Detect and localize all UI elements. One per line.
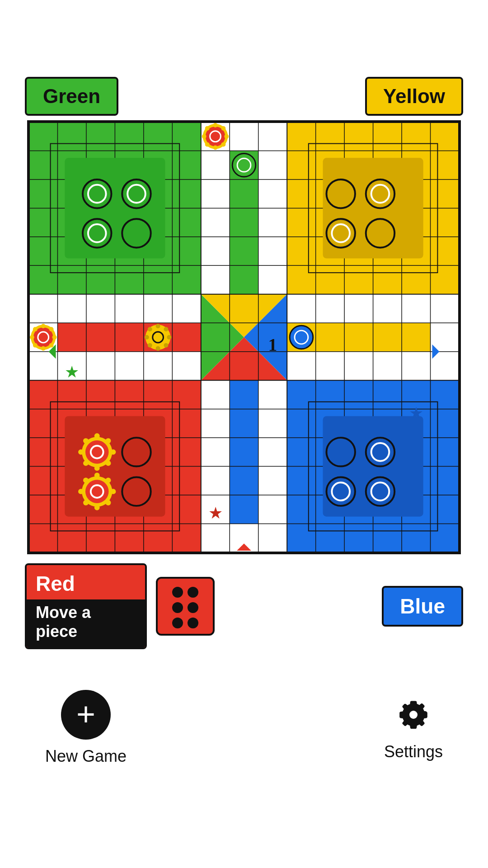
svg-point-103 xyxy=(85,480,109,503)
svg-rect-25 xyxy=(86,323,115,351)
svg-point-153 xyxy=(213,123,218,127)
svg-point-129 xyxy=(33,327,53,347)
svg-point-132 xyxy=(41,346,46,351)
settings-nav-item[interactable]: Settings xyxy=(384,694,443,761)
svg-point-109 xyxy=(83,477,89,483)
svg-point-93 xyxy=(91,446,103,458)
svg-point-81 xyxy=(326,179,355,208)
svg-point-126 xyxy=(366,477,394,505)
svg-point-88 xyxy=(332,224,350,242)
dice-dot-1 xyxy=(172,587,183,598)
svg-point-155 xyxy=(202,134,206,139)
svg-point-142 xyxy=(156,324,160,328)
svg-point-154 xyxy=(213,146,218,150)
svg-point-72 xyxy=(88,185,106,203)
blue-status-box: Blue xyxy=(382,586,463,627)
new-game-button[interactable]: + xyxy=(61,690,111,740)
svg-point-76 xyxy=(83,219,111,247)
svg-point-111 xyxy=(106,477,111,483)
svg-point-80 xyxy=(122,219,150,247)
svg-point-166 xyxy=(295,330,308,344)
svg-point-98 xyxy=(83,438,89,443)
svg-point-124 xyxy=(332,482,350,500)
svg-point-147 xyxy=(164,343,168,348)
svg-text:1: 1 xyxy=(268,335,277,355)
settings-label: Settings xyxy=(384,742,443,761)
svg-point-83 xyxy=(366,179,394,208)
svg-point-82 xyxy=(326,179,355,208)
svg-marker-31 xyxy=(244,294,287,380)
red-status-box: Red Move a piece xyxy=(25,563,147,649)
svg-marker-30 xyxy=(201,294,287,337)
svg-point-152 xyxy=(210,131,221,142)
svg-point-146 xyxy=(148,327,152,331)
svg-point-94 xyxy=(94,433,100,439)
plus-icon: + xyxy=(76,698,95,730)
svg-point-120 xyxy=(366,438,394,466)
svg-point-150 xyxy=(203,124,228,149)
svg-text:★: ★ xyxy=(208,504,223,522)
svg-point-123 xyxy=(326,477,355,505)
svg-point-114 xyxy=(122,438,150,466)
svg-point-92 xyxy=(85,440,109,464)
svg-text:★: ★ xyxy=(409,404,423,422)
svg-marker-173 xyxy=(237,543,251,551)
svg-rect-63 xyxy=(309,144,438,273)
svg-rect-65 xyxy=(309,402,438,531)
svg-marker-32 xyxy=(201,337,287,380)
svg-rect-28 xyxy=(172,323,201,351)
svg-rect-17 xyxy=(373,323,402,351)
svg-point-110 xyxy=(106,500,111,505)
red-player-name: Red xyxy=(27,565,145,599)
svg-point-122 xyxy=(326,477,355,505)
svg-point-159 xyxy=(221,126,225,131)
svg-marker-29 xyxy=(201,294,244,380)
blue-player-name: Blue xyxy=(400,594,445,618)
svg-point-99 xyxy=(106,461,111,466)
svg-point-133 xyxy=(30,335,34,340)
svg-rect-8 xyxy=(201,294,287,380)
svg-rect-14 xyxy=(287,323,315,351)
svg-rect-10 xyxy=(230,179,258,208)
svg-point-101 xyxy=(83,461,89,466)
svg-point-85 xyxy=(371,185,389,203)
svg-point-96 xyxy=(78,449,84,455)
dice-dot-6 xyxy=(188,618,198,628)
svg-rect-9 xyxy=(230,151,258,179)
svg-point-156 xyxy=(224,134,229,139)
dice-dot-4 xyxy=(188,602,198,613)
dice-dot-5 xyxy=(172,618,183,628)
svg-rect-22 xyxy=(230,467,258,495)
svg-rect-16 xyxy=(344,323,373,351)
svg-point-112 xyxy=(83,500,89,505)
svg-point-163 xyxy=(237,158,251,172)
svg-point-119 xyxy=(366,438,394,466)
status-area: Red Move a piece Blue xyxy=(0,563,488,649)
svg-marker-172 xyxy=(432,344,440,359)
svg-point-131 xyxy=(41,324,46,328)
dice-display[interactable] xyxy=(156,577,215,636)
svg-rect-24 xyxy=(57,323,86,351)
svg-rect-1 xyxy=(287,122,459,294)
svg-rect-5 xyxy=(29,294,201,380)
player-labels-top: Green Yellow xyxy=(0,77,488,116)
svg-rect-26 xyxy=(115,323,143,351)
svg-point-115 xyxy=(122,477,150,505)
svg-point-71 xyxy=(83,179,111,208)
svg-point-165 xyxy=(290,326,313,349)
new-game-nav-item[interactable]: + New Game xyxy=(45,690,127,766)
svg-point-149 xyxy=(148,343,152,348)
svg-point-139 xyxy=(145,325,171,350)
svg-point-97 xyxy=(110,449,116,455)
svg-point-91 xyxy=(82,437,112,467)
svg-point-125 xyxy=(366,477,394,505)
dice-dot-3 xyxy=(172,602,183,613)
svg-rect-0 xyxy=(29,122,201,294)
red-action-text: Move a piece xyxy=(27,599,145,647)
svg-point-86 xyxy=(326,219,355,247)
svg-point-161 xyxy=(232,153,256,177)
svg-rect-66 xyxy=(65,158,165,258)
svg-point-117 xyxy=(326,438,355,466)
svg-point-105 xyxy=(94,472,100,478)
svg-point-134 xyxy=(52,335,57,340)
